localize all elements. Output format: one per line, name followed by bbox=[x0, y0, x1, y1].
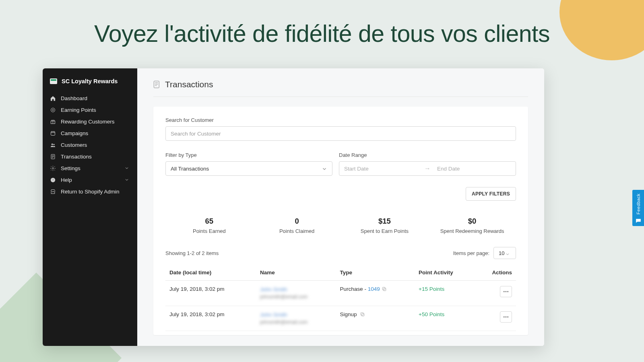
search-label: Search for Customer bbox=[165, 117, 516, 123]
brand: SC Loyalty Rewards bbox=[43, 75, 137, 93]
stat-label: Points Earned bbox=[165, 228, 253, 234]
svg-rect-11 bbox=[383, 288, 386, 291]
filters-card: Search for Customer Filter by Type All T… bbox=[153, 107, 528, 335]
sidebar-item-earning-points[interactable]: Earning Points bbox=[43, 104, 137, 116]
svg-point-1 bbox=[52, 109, 54, 111]
hero-title: Voyez l'activité de fidélité de tous vos… bbox=[94, 20, 550, 47]
document-icon bbox=[50, 154, 56, 160]
sidebar-item-label: Dashboard bbox=[61, 95, 87, 101]
chevron-down-icon bbox=[124, 166, 130, 171]
cell-activity: +15 Points bbox=[415, 281, 476, 306]
start-date-input[interactable] bbox=[339, 162, 423, 175]
items-per-page-value: 10 bbox=[499, 250, 504, 256]
row-actions-button[interactable]: ⋯ bbox=[500, 311, 512, 323]
chevron-down-icon bbox=[124, 177, 130, 183]
showing-text: Showing 1-2 of 2 items bbox=[165, 250, 219, 256]
sidebar-item-label: Return to Shopify Admin bbox=[61, 189, 120, 195]
sidebar-item-dashboard[interactable]: Dashboard bbox=[43, 93, 137, 104]
apply-filters-button[interactable]: APPLY FILTERS bbox=[466, 187, 516, 201]
sidebar-item-label: Settings bbox=[61, 165, 80, 171]
cell-date: July 19, 2018, 3:02 pm bbox=[165, 281, 256, 306]
table-row: July 19, 2018, 3:02 pm John Smith johnsm… bbox=[165, 281, 516, 306]
transactions-table: Date (local time) Name Type Point Activi… bbox=[165, 265, 516, 331]
row-actions-button[interactable]: ⋯ bbox=[500, 286, 512, 297]
type-prefix: Purchase - bbox=[340, 286, 368, 292]
filter-type-label: Filter by Type bbox=[165, 152, 332, 158]
sidebar: SC Loyalty Rewards Dashboard Earning Poi… bbox=[43, 68, 137, 346]
date-range-picker[interactable]: → bbox=[339, 161, 516, 176]
target-icon bbox=[50, 107, 56, 113]
svg-rect-10 bbox=[154, 81, 159, 88]
sidebar-item-rewarding-customers[interactable]: Rewarding Customers bbox=[43, 116, 137, 128]
sidebar-item-label: Help bbox=[61, 177, 72, 183]
sidebar-item-label: Rewarding Customers bbox=[61, 119, 115, 125]
cell-type: Signup bbox=[336, 306, 415, 331]
copy-icon[interactable] bbox=[382, 286, 387, 292]
stat-label: Spent Redeeming Rewards bbox=[428, 228, 516, 234]
col-date: Date (local time) bbox=[165, 265, 256, 281]
end-date-input[interactable] bbox=[432, 162, 516, 175]
svg-point-7 bbox=[52, 168, 54, 169]
feedback-tab[interactable]: Feedback bbox=[632, 190, 644, 226]
items-per-page-select[interactable]: 10 bbox=[493, 247, 516, 259]
svg-rect-14 bbox=[361, 313, 364, 315]
cell-date: July 19, 2018, 3:02 pm bbox=[165, 306, 256, 331]
app-window: SC Loyalty Rewards Dashboard Earning Poi… bbox=[43, 68, 544, 346]
sidebar-item-campaigns[interactable]: Campaigns bbox=[43, 128, 137, 139]
store-icon bbox=[50, 189, 56, 195]
order-link[interactable]: 1049 bbox=[368, 286, 380, 292]
home-icon bbox=[50, 95, 56, 101]
stat-label: Spent to Earn Points bbox=[341, 228, 429, 234]
svg-point-4 bbox=[52, 144, 53, 145]
sidebar-item-customers[interactable]: Customers bbox=[43, 139, 137, 151]
sidebar-item-return-shopify[interactable]: Return to Shopify Admin bbox=[43, 186, 137, 197]
svg-point-0 bbox=[51, 108, 55, 112]
stat-points-earned: 65 Points Earned bbox=[165, 217, 253, 234]
customer-name-link[interactable]: John Smith bbox=[260, 286, 332, 294]
customer-email: johnsmith@email.com bbox=[260, 319, 332, 326]
help-icon: ? bbox=[50, 177, 56, 183]
svg-rect-13 bbox=[362, 313, 365, 316]
col-actions: Actions bbox=[476, 265, 516, 281]
stat-spent-earn: $15 Spent to Earn Points bbox=[341, 217, 429, 234]
sidebar-item-transactions[interactable]: Transactions bbox=[43, 151, 137, 162]
document-icon bbox=[153, 80, 160, 88]
sidebar-item-label: Transactions bbox=[61, 154, 92, 160]
cell-name: John Smith johnsmith@email.com bbox=[256, 281, 336, 306]
stat-value: $15 bbox=[341, 217, 429, 226]
stat-value: $0 bbox=[428, 217, 516, 226]
stats-row: 65 Points Earned 0 Points Claimed $15 Sp… bbox=[165, 217, 516, 234]
svg-rect-12 bbox=[382, 287, 385, 290]
col-type: Type bbox=[336, 265, 415, 281]
sidebar-item-help[interactable]: ? Help bbox=[43, 174, 137, 186]
filter-type-select[interactable]: All Transactions bbox=[165, 161, 332, 176]
customer-name-link[interactable]: John Smith bbox=[260, 311, 332, 319]
main-content: Transactions Search for Customer Filter … bbox=[137, 68, 544, 346]
cell-type: Purchase - 1049 bbox=[336, 281, 415, 306]
sidebar-item-label: Customers bbox=[61, 142, 87, 148]
copy-icon[interactable] bbox=[360, 312, 365, 317]
page-title: Transactions bbox=[153, 80, 528, 97]
col-activity: Point Activity bbox=[415, 265, 476, 281]
col-name: Name bbox=[256, 265, 336, 281]
page-title-text: Transactions bbox=[165, 80, 213, 89]
table-row: July 19, 2018, 3:02 pm John Smith johnsm… bbox=[165, 306, 516, 331]
date-range-label: Date Range bbox=[339, 152, 516, 158]
sidebar-item-label: Campaigns bbox=[61, 130, 88, 136]
stat-spent-redeem: $0 Spent Redeeming Rewards bbox=[428, 217, 516, 234]
feedback-label: Feedback bbox=[636, 193, 641, 214]
brand-name: SC Loyalty Rewards bbox=[62, 78, 118, 84]
stat-label: Points Claimed bbox=[253, 228, 341, 234]
calendar-icon bbox=[50, 130, 56, 136]
users-icon bbox=[50, 142, 56, 148]
search-input[interactable] bbox=[165, 126, 516, 141]
cell-activity: +50 Points bbox=[415, 306, 476, 331]
gift-icon bbox=[50, 119, 56, 125]
gear-icon bbox=[50, 165, 56, 171]
sidebar-item-settings[interactable]: Settings bbox=[43, 162, 137, 174]
chevron-down-icon bbox=[505, 252, 511, 257]
brand-icon bbox=[50, 78, 57, 84]
items-per-page-label: Items per page: bbox=[453, 250, 489, 256]
customer-email: johnsmith@email.com bbox=[260, 294, 332, 300]
type-prefix: Signup bbox=[340, 311, 359, 317]
